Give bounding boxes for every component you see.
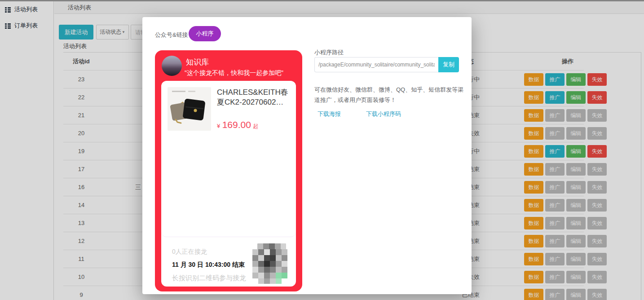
preview-nickname: 知识库 (186, 57, 209, 67)
product-image (168, 87, 211, 131)
price-value: 169.00 (222, 119, 251, 130)
mini-program-path-label: 小程序路径 (314, 49, 344, 57)
preview-quote: "这个接龙不错，快和我一起参加吧" (185, 69, 283, 77)
share-dialog: 公众号&链接 小程序 知识库 "这个接龙不错，快和我一起参加吧" CHARL (142, 17, 472, 294)
tab-mini-program[interactable]: 小程序 (189, 26, 221, 41)
deadline-text: 11 月 30 日 10:43:00 结束 (172, 261, 245, 269)
price-suffix: 起 (253, 123, 258, 129)
promo-description: 可在微信好友、微信群、微博、QQ、知乎、短信群发等渠道推广，或者用户页面装修等！ (314, 84, 467, 106)
scan-hint: 长按识别二维码参与接龙 (172, 274, 246, 282)
avatar (162, 56, 182, 76)
download-qrcode-link[interactable]: 下载小程序码 (366, 110, 401, 118)
qr-code-image (251, 243, 292, 285)
path-row: 复制 (314, 57, 459, 72)
tab-official-account-link[interactable]: 公众号&链接 (155, 31, 188, 39)
share-poster-preview: 知识库 "这个接龙不错，快和我一起参加吧" CHARLES&KEITH春夏CK2… (155, 50, 302, 291)
product-price: ¥ 169.00 起 (217, 119, 258, 130)
mini-program-path-input[interactable] (314, 57, 438, 72)
product-title: CHARLES&KEITH春夏CK2-20270602… (217, 88, 291, 108)
download-poster-link[interactable]: 下载海报 (318, 110, 341, 118)
participants-count: 0人正在接龙 (172, 248, 207, 256)
copy-button[interactable]: 复制 (438, 57, 459, 72)
preview-product-card: CHARLES&KEITH春夏CK2-20270602… ¥ 169.00 起 … (161, 81, 296, 287)
currency-symbol: ¥ (217, 123, 220, 129)
divider (161, 231, 296, 237)
